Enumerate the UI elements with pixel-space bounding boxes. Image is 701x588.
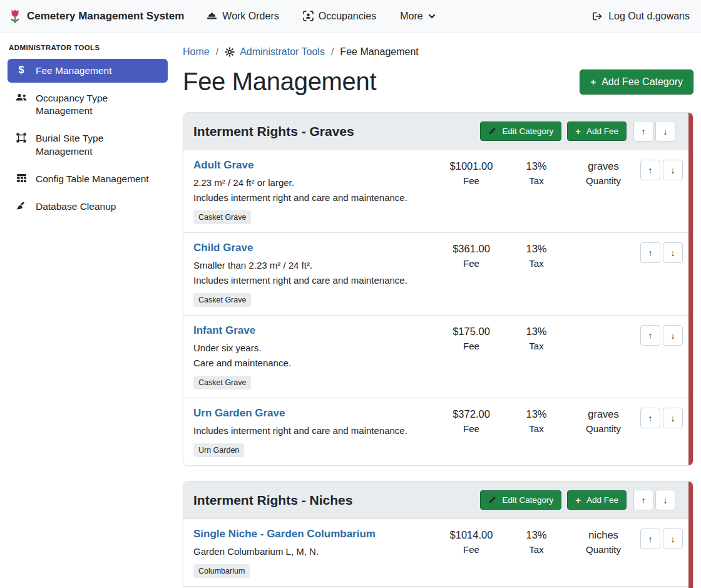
app-brand[interactable]: Cemetery Management System bbox=[9, 8, 184, 24]
sidebar-item-fee-management[interactable]: $ Fee Management bbox=[8, 59, 168, 83]
fee-tax-stat: 13% Tax bbox=[504, 407, 569, 457]
page-title: Fee Management bbox=[183, 68, 376, 96]
fee-amount-stat: $1014.00 Fee bbox=[439, 528, 504, 578]
category-header: Interment Rights - Niches Edit Category … bbox=[183, 482, 693, 518]
fee-tax: 13% bbox=[504, 243, 569, 255]
add-fee-button[interactable]: + Add Fee bbox=[567, 490, 627, 510]
fee-amount: $1014.00 bbox=[439, 529, 504, 541]
users-icon bbox=[15, 93, 28, 102]
add-fee-button[interactable]: + Add Fee bbox=[567, 121, 627, 141]
fee-quantity-label: Quantity bbox=[569, 544, 638, 555]
nav-work-orders-label: Work Orders bbox=[222, 11, 279, 22]
move-category-down-button[interactable]: ↓ bbox=[655, 121, 675, 142]
nav-more[interactable]: More bbox=[400, 11, 435, 22]
fee-name-link[interactable]: Infant Grave bbox=[193, 324, 255, 337]
fee-reorder-group: ↑ ↓ bbox=[638, 407, 683, 457]
fee-tax: 13% bbox=[504, 326, 569, 338]
fee-amount-label: Fee bbox=[439, 175, 504, 186]
hard-hat-icon bbox=[207, 11, 217, 21]
fee-info: Urn Garden Grave Includes interment righ… bbox=[193, 407, 439, 457]
move-category-up-button[interactable]: ↑ bbox=[633, 121, 653, 142]
fee-name-link[interactable]: Single Niche - Garden Columbarium bbox=[193, 528, 376, 540]
fee-amount: $175.00 bbox=[439, 326, 504, 338]
nav-work-orders[interactable]: Work Orders bbox=[207, 11, 279, 22]
fee-info: Single Niche - Garden Columbarium Garden… bbox=[193, 528, 439, 578]
fee-type-badge: Casket Grave bbox=[193, 293, 251, 307]
logout-link[interactable]: Log Out d.gowans bbox=[592, 11, 692, 22]
fee-amount: $1001.00 bbox=[439, 160, 504, 172]
dollar-icon: $ bbox=[15, 65, 28, 75]
add-fee-label: Add Fee bbox=[586, 126, 618, 136]
edit-category-button[interactable]: Edit Category bbox=[480, 490, 561, 510]
fee-quantity-label: Quantity bbox=[569, 175, 638, 186]
fee-tax-label: Tax bbox=[504, 175, 569, 186]
breadcrumb-home-link[interactable]: Home bbox=[183, 46, 210, 58]
fee-amount-stat: $372.00 Fee bbox=[439, 407, 504, 457]
app-title: Cemetery Management System bbox=[27, 10, 184, 23]
chevron-down-icon bbox=[428, 13, 436, 20]
category-controls: Edit Category + Add Fee ↑ ↓ bbox=[480, 121, 683, 142]
move-fee-up-button[interactable]: ↑ bbox=[640, 160, 660, 180]
fee-type-badge: Casket Grave bbox=[193, 210, 251, 224]
move-fee-down-button[interactable]: ↓ bbox=[663, 325, 683, 346]
card-scrollbar[interactable] bbox=[688, 113, 693, 465]
fee-tax-stat: 13% Tax bbox=[504, 324, 569, 389]
sidebar-item-label: Burial Site Type Management bbox=[36, 132, 160, 157]
category-title: Interment Rights - Niches bbox=[193, 493, 352, 508]
fee-quantity-stat: niches Quantity bbox=[569, 528, 638, 578]
sidebar-item-burial-site-type-management[interactable]: Burial Site Type Management bbox=[8, 126, 168, 163]
fee-name-link[interactable]: Urn Garden Grave bbox=[193, 407, 285, 420]
move-fee-down-button[interactable]: ↓ bbox=[663, 408, 683, 428]
fee-row: Infant Grave Under six years. Care and m… bbox=[183, 315, 693, 398]
logout-label: Log Out d.gowans bbox=[608, 11, 690, 22]
fee-amount-stat: $1001.00 Fee bbox=[439, 159, 504, 224]
move-fee-up-button[interactable]: ↑ bbox=[640, 242, 660, 263]
page-header: Fee Management + Add Fee Category bbox=[183, 68, 693, 96]
table-icon bbox=[15, 173, 28, 183]
fee-row: Urn Garden Grave Includes interment righ… bbox=[183, 398, 693, 465]
fee-tax: 13% bbox=[504, 529, 569, 541]
move-fee-up-button[interactable]: ↑ bbox=[640, 529, 660, 549]
fee-quantity-label: Quantity bbox=[569, 423, 638, 434]
fee-description: Includes interment right and care and ma… bbox=[193, 274, 432, 287]
fee-description: Smaller than 2.23 m² / 24 ft². bbox=[193, 259, 432, 272]
main-content: Home / Administrator Tools / Fee Man bbox=[175, 33, 701, 588]
sidebar-item-occupancy-type-management[interactable]: Occupancy Type Management bbox=[8, 86, 168, 123]
top-navbar: Cemetery Management System Work Orders bbox=[0, 0, 701, 33]
move-category-down-button[interactable]: ↓ bbox=[655, 490, 675, 510]
category-controls: Edit Category + Add Fee ↑ ↓ bbox=[480, 490, 683, 510]
fee-reorder-group: ↑ ↓ bbox=[638, 324, 683, 389]
edit-category-label: Edit Category bbox=[502, 495, 553, 505]
move-category-up-button[interactable]: ↑ bbox=[633, 490, 653, 510]
move-fee-down-button[interactable]: ↓ bbox=[663, 529, 683, 549]
fee-info: Child Grave Smaller than 2.23 m² / 24 ft… bbox=[193, 242, 439, 307]
sidebar-item-database-cleanup[interactable]: Database Cleanup bbox=[8, 195, 168, 219]
sidebar-item-label: Config Table Management bbox=[36, 173, 149, 185]
breadcrumb-admin-tools-link[interactable]: Administrator Tools bbox=[225, 46, 325, 58]
add-fee-category-button[interactable]: + Add Fee Category bbox=[580, 70, 693, 95]
nav-occupancies[interactable]: Occupancies bbox=[303, 11, 377, 22]
fee-reorder-group: ↑ ↓ bbox=[638, 528, 683, 578]
move-fee-down-button[interactable]: ↓ bbox=[663, 242, 683, 263]
sidebar-item-config-table-management[interactable]: Config Table Management bbox=[8, 167, 168, 191]
fee-info: Infant Grave Under six years. Care and m… bbox=[193, 324, 439, 389]
move-fee-down-button[interactable]: ↓ bbox=[663, 160, 683, 180]
card-scrollbar[interactable] bbox=[688, 482, 693, 588]
breadcrumb-admin-tools-label: Administrator Tools bbox=[240, 46, 325, 58]
plus-icon: + bbox=[575, 126, 581, 136]
fee-name-link[interactable]: Adult Grave bbox=[193, 159, 253, 172]
fee-quantity: graves bbox=[569, 160, 638, 172]
pencil-icon bbox=[488, 127, 496, 135]
fee-tax-label: Tax bbox=[504, 423, 569, 434]
fee-amount: $372.00 bbox=[439, 408, 504, 420]
broom-icon bbox=[15, 201, 28, 210]
move-fee-up-button[interactable]: ↑ bbox=[640, 408, 660, 428]
fee-tax-stat: 13% Tax bbox=[504, 159, 569, 224]
edit-category-button[interactable]: Edit Category bbox=[480, 121, 561, 141]
category-title: Interment Rights - Graves bbox=[193, 124, 354, 139]
fee-description: 2.23 m² / 24 ft² or larger. bbox=[193, 176, 432, 189]
move-fee-up-button[interactable]: ↑ bbox=[640, 325, 660, 346]
fee-amount-stat: $175.00 Fee bbox=[439, 324, 504, 389]
fee-name-link[interactable]: Child Grave bbox=[193, 242, 253, 254]
breadcrumb-separator: / bbox=[331, 46, 334, 58]
